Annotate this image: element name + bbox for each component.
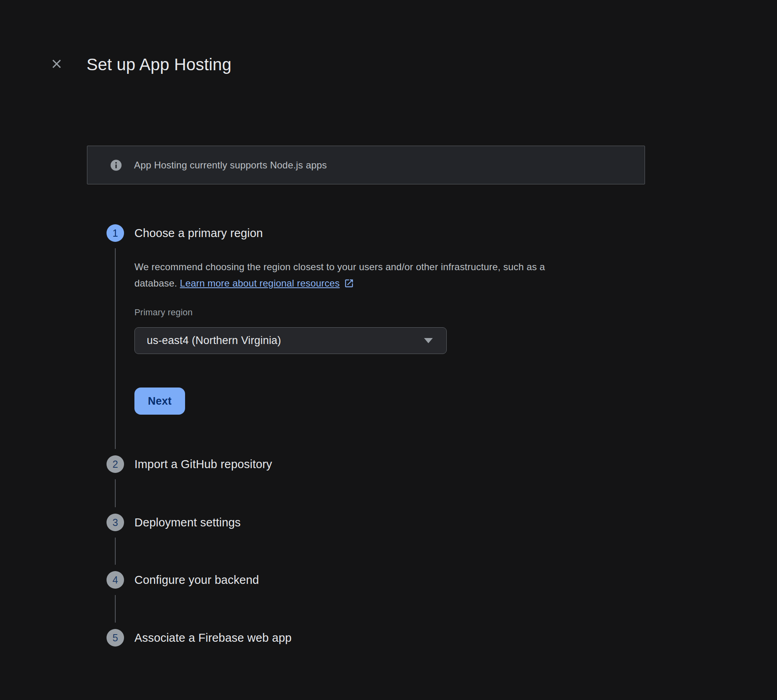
info-banner: App Hosting currently supports Node.js a… <box>87 146 645 184</box>
step-2-indicator: 2 <box>106 455 124 473</box>
step-5-label: Associate a Firebase web app <box>134 629 292 647</box>
step-3-number: 3 <box>112 517 118 528</box>
dropdown-arrow-icon <box>424 338 433 343</box>
stepper-connector-2 <box>115 479 116 507</box>
step-1-indicator: 1 <box>106 224 124 242</box>
description-line-2: database. <box>134 278 180 289</box>
learn-more-link[interactable]: Learn more about regional resources <box>180 275 354 291</box>
stepper-connector-3 <box>115 538 116 565</box>
step-2-label: Import a GitHub repository <box>134 455 272 473</box>
step-1-label: Choose a primary region <box>134 224 263 242</box>
step-3-label: Deployment settings <box>134 514 241 531</box>
learn-more-link-text: Learn more about regional resources <box>180 275 340 291</box>
info-icon <box>110 159 122 171</box>
stepper-connector-1 <box>115 248 116 449</box>
step-5-number: 5 <box>112 632 118 644</box>
primary-region-select[interactable]: us-east4 (Northern Virginia) <box>134 327 447 354</box>
step-4-indicator: 4 <box>106 571 124 589</box>
info-banner-text: App Hosting currently supports Node.js a… <box>134 160 327 171</box>
primary-region-selected-value: us-east4 (Northern Virginia) <box>147 334 281 347</box>
step-3-indicator: 3 <box>106 514 124 531</box>
close-icon <box>50 57 63 70</box>
stepper-connector-4 <box>115 595 116 623</box>
step-4-label: Configure your backend <box>134 571 259 589</box>
open-in-new-icon <box>344 278 354 289</box>
step-2-number: 2 <box>112 459 118 470</box>
primary-region-label: Primary region <box>134 307 193 318</box>
step-1-number: 1 <box>112 227 118 239</box>
step-1-description: We recommend choosing the region closest… <box>134 259 617 291</box>
description-line-1: We recommend choosing the region closest… <box>134 261 545 272</box>
step-5-indicator: 5 <box>106 629 124 647</box>
step-4-number: 4 <box>112 574 118 586</box>
next-button[interactable]: Next <box>134 388 185 415</box>
close-button[interactable] <box>47 54 66 73</box>
page-title: Set up App Hosting <box>87 54 231 75</box>
setup-app-hosting-dialog: Set up App Hosting App Hosting currently… <box>0 0 777 700</box>
